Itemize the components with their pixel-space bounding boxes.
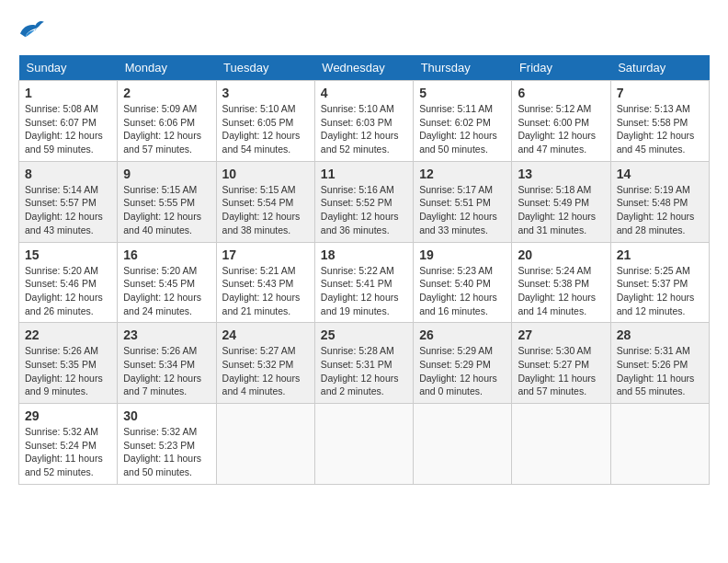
calendar-cell: 30Sunrise: 5:32 AMSunset: 5:23 PMDayligh… bbox=[118, 404, 216, 485]
calendar-cell: 24Sunrise: 5:27 AMSunset: 5:32 PMDayligh… bbox=[216, 323, 314, 404]
day-info: Sunrise: 5:18 AMSunset: 5:49 PMDaylight:… bbox=[518, 183, 604, 237]
day-number: 26 bbox=[419, 327, 506, 342]
day-info: Sunrise: 5:15 AMSunset: 5:55 PMDaylight:… bbox=[123, 183, 210, 237]
calendar-cell bbox=[314, 404, 413, 485]
day-number: 3 bbox=[222, 86, 309, 100]
day-info: Sunrise: 5:25 AMSunset: 5:37 PMDaylight:… bbox=[617, 264, 703, 318]
calendar-cell: 29Sunrise: 5:32 AMSunset: 5:24 PMDayligh… bbox=[19, 404, 118, 485]
calendar-cell: 27Sunrise: 5:30 AMSunset: 5:27 PMDayligh… bbox=[512, 323, 610, 404]
day-info: Sunrise: 5:15 AMSunset: 5:54 PMDaylight:… bbox=[222, 183, 309, 237]
page-header bbox=[18, 18, 710, 40]
day-info: Sunrise: 5:11 AMSunset: 6:02 PMDaylight:… bbox=[419, 102, 506, 156]
day-number: 12 bbox=[419, 167, 506, 181]
day-number: 27 bbox=[518, 327, 604, 342]
day-number: 15 bbox=[25, 247, 111, 262]
day-info: Sunrise: 5:32 AMSunset: 5:24 PMDaylight:… bbox=[25, 425, 111, 479]
day-number: 23 bbox=[123, 327, 210, 342]
day-number: 30 bbox=[123, 408, 210, 423]
day-info: Sunrise: 5:26 AMSunset: 5:35 PMDaylight:… bbox=[25, 344, 111, 398]
logo-bird-icon bbox=[18, 18, 44, 40]
calendar-cell: 8Sunrise: 5:14 AMSunset: 5:57 PMDaylight… bbox=[19, 161, 118, 242]
day-info: Sunrise: 5:30 AMSunset: 5:27 PMDaylight:… bbox=[518, 344, 604, 398]
day-number: 1 bbox=[25, 86, 111, 100]
calendar-cell: 1Sunrise: 5:08 AMSunset: 6:07 PMDaylight… bbox=[19, 81, 118, 162]
day-number: 22 bbox=[25, 327, 111, 342]
calendar-cell: 12Sunrise: 5:17 AMSunset: 5:51 PMDayligh… bbox=[414, 161, 512, 242]
day-info: Sunrise: 5:21 AMSunset: 5:43 PMDaylight:… bbox=[222, 264, 309, 318]
day-info: Sunrise: 5:28 AMSunset: 5:31 PMDaylight:… bbox=[321, 344, 407, 398]
day-info: Sunrise: 5:31 AMSunset: 5:26 PMDaylight:… bbox=[617, 344, 703, 398]
header-thursday: Thursday bbox=[414, 55, 512, 81]
day-number: 6 bbox=[518, 86, 604, 100]
day-number: 10 bbox=[222, 167, 309, 181]
day-number: 13 bbox=[518, 167, 604, 181]
day-info: Sunrise: 5:13 AMSunset: 5:58 PMDaylight:… bbox=[617, 102, 703, 156]
day-info: Sunrise: 5:08 AMSunset: 6:07 PMDaylight:… bbox=[25, 102, 111, 156]
day-info: Sunrise: 5:29 AMSunset: 5:29 PMDaylight:… bbox=[419, 344, 506, 398]
calendar-cell bbox=[414, 404, 512, 485]
calendar-cell: 21Sunrise: 5:25 AMSunset: 5:37 PMDayligh… bbox=[610, 242, 709, 323]
header-sunday: Sunday bbox=[19, 55, 118, 81]
calendar-cell: 4Sunrise: 5:10 AMSunset: 6:03 PMDaylight… bbox=[314, 81, 413, 162]
calendar-cell: 5Sunrise: 5:11 AMSunset: 6:02 PMDaylight… bbox=[414, 81, 512, 162]
calendar-cell: 25Sunrise: 5:28 AMSunset: 5:31 PMDayligh… bbox=[314, 323, 413, 404]
day-number: 16 bbox=[123, 247, 210, 262]
day-info: Sunrise: 5:24 AMSunset: 5:38 PMDaylight:… bbox=[518, 264, 604, 318]
day-number: 4 bbox=[321, 86, 407, 100]
calendar-cell: 7Sunrise: 5:13 AMSunset: 5:58 PMDaylight… bbox=[610, 81, 709, 162]
calendar-cell: 15Sunrise: 5:20 AMSunset: 5:46 PMDayligh… bbox=[19, 242, 118, 323]
day-info: Sunrise: 5:19 AMSunset: 5:48 PMDaylight:… bbox=[617, 183, 703, 237]
logo bbox=[18, 18, 48, 40]
calendar-cell bbox=[512, 404, 610, 485]
day-number: 20 bbox=[518, 247, 604, 262]
calendar-cell: 20Sunrise: 5:24 AMSunset: 5:38 PMDayligh… bbox=[512, 242, 610, 323]
day-number: 17 bbox=[222, 247, 309, 262]
day-info: Sunrise: 5:23 AMSunset: 5:40 PMDaylight:… bbox=[419, 264, 506, 318]
day-number: 5 bbox=[419, 86, 506, 100]
day-number: 25 bbox=[321, 327, 407, 342]
calendar-cell: 22Sunrise: 5:26 AMSunset: 5:35 PMDayligh… bbox=[19, 323, 118, 404]
day-number: 21 bbox=[617, 247, 703, 262]
day-info: Sunrise: 5:20 AMSunset: 5:45 PMDaylight:… bbox=[123, 264, 210, 318]
calendar-cell: 23Sunrise: 5:26 AMSunset: 5:34 PMDayligh… bbox=[118, 323, 216, 404]
day-info: Sunrise: 5:20 AMSunset: 5:46 PMDaylight:… bbox=[25, 264, 111, 318]
day-number: 24 bbox=[222, 327, 309, 342]
calendar-cell: 17Sunrise: 5:21 AMSunset: 5:43 PMDayligh… bbox=[216, 242, 314, 323]
calendar-cell: 3Sunrise: 5:10 AMSunset: 6:05 PMDaylight… bbox=[216, 81, 314, 162]
day-info: Sunrise: 5:27 AMSunset: 5:32 PMDaylight:… bbox=[222, 344, 309, 398]
day-info: Sunrise: 5:09 AMSunset: 6:06 PMDaylight:… bbox=[123, 102, 210, 156]
calendar-cell bbox=[610, 404, 709, 485]
header-friday: Friday bbox=[512, 55, 610, 81]
day-number: 19 bbox=[419, 247, 506, 262]
day-info: Sunrise: 5:10 AMSunset: 6:03 PMDaylight:… bbox=[321, 102, 407, 156]
calendar-cell: 14Sunrise: 5:19 AMSunset: 5:48 PMDayligh… bbox=[610, 161, 709, 242]
day-info: Sunrise: 5:12 AMSunset: 6:00 PMDaylight:… bbox=[518, 102, 604, 156]
day-number: 8 bbox=[25, 167, 111, 181]
header-saturday: Saturday bbox=[610, 55, 709, 81]
calendar-cell: 16Sunrise: 5:20 AMSunset: 5:45 PMDayligh… bbox=[118, 242, 216, 323]
day-info: Sunrise: 5:14 AMSunset: 5:57 PMDaylight:… bbox=[25, 183, 111, 237]
calendar-cell: 2Sunrise: 5:09 AMSunset: 6:06 PMDaylight… bbox=[118, 81, 216, 162]
calendar-cell: 26Sunrise: 5:29 AMSunset: 5:29 PMDayligh… bbox=[414, 323, 512, 404]
calendar-cell: 6Sunrise: 5:12 AMSunset: 6:00 PMDaylight… bbox=[512, 81, 610, 162]
header-monday: Monday bbox=[118, 55, 216, 81]
day-number: 11 bbox=[321, 167, 407, 181]
day-info: Sunrise: 5:22 AMSunset: 5:41 PMDaylight:… bbox=[321, 264, 407, 318]
day-info: Sunrise: 5:17 AMSunset: 5:51 PMDaylight:… bbox=[419, 183, 506, 237]
day-number: 9 bbox=[123, 167, 210, 181]
calendar-table: SundayMondayTuesdayWednesdayThursdayFrid… bbox=[18, 55, 710, 485]
day-number: 7 bbox=[617, 86, 703, 100]
day-info: Sunrise: 5:16 AMSunset: 5:52 PMDaylight:… bbox=[321, 183, 407, 237]
calendar-cell: 9Sunrise: 5:15 AMSunset: 5:55 PMDaylight… bbox=[118, 161, 216, 242]
header-tuesday: Tuesday bbox=[216, 55, 314, 81]
day-info: Sunrise: 5:10 AMSunset: 6:05 PMDaylight:… bbox=[222, 102, 309, 156]
day-info: Sunrise: 5:26 AMSunset: 5:34 PMDaylight:… bbox=[123, 344, 210, 398]
calendar-cell: 10Sunrise: 5:15 AMSunset: 5:54 PMDayligh… bbox=[216, 161, 314, 242]
calendar-cell: 11Sunrise: 5:16 AMSunset: 5:52 PMDayligh… bbox=[314, 161, 413, 242]
calendar-cell: 19Sunrise: 5:23 AMSunset: 5:40 PMDayligh… bbox=[414, 242, 512, 323]
calendar-cell: 18Sunrise: 5:22 AMSunset: 5:41 PMDayligh… bbox=[314, 242, 413, 323]
day-number: 29 bbox=[25, 408, 111, 423]
day-number: 28 bbox=[617, 327, 703, 342]
day-number: 14 bbox=[617, 167, 703, 181]
day-number: 18 bbox=[321, 247, 407, 262]
